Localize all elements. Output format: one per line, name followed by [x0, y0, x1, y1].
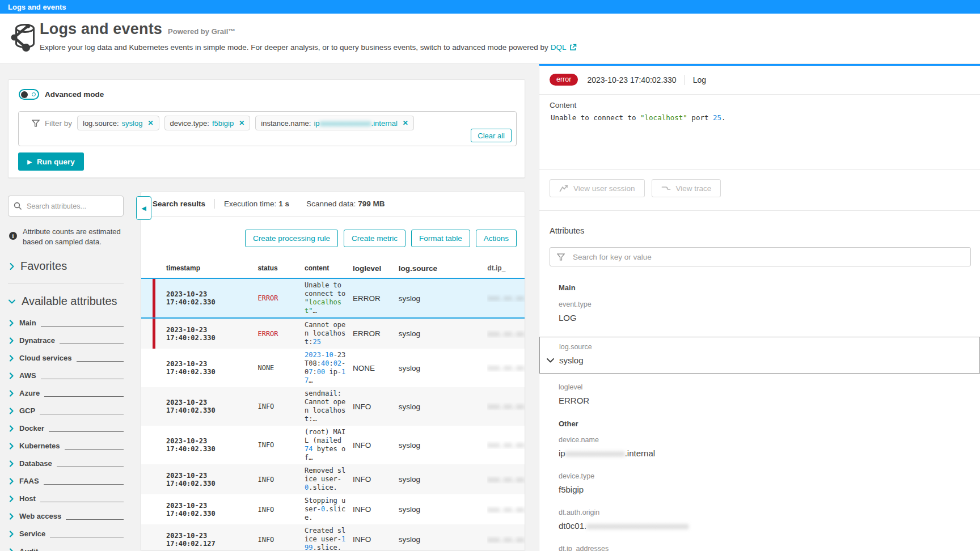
favorites-section[interactable]: Favorites: [9, 260, 67, 273]
filter-chip[interactable]: log.source:syslog✕: [77, 116, 159, 130]
redacted-ip-value: xxx.xx.xx.xxx: [487, 402, 525, 410]
column-header-dt-ip[interactable]: dt.ip_: [487, 264, 525, 272]
attribute-search-field[interactable]: [550, 247, 971, 266]
sidebar-group-web-access[interactable]: Web access: [9, 507, 125, 525]
chevron-down-icon[interactable]: [546, 358, 555, 363]
sidebar-group-line: [41, 372, 124, 379]
cell-status: INFO: [257, 476, 305, 484]
create-metric-button[interactable]: Create metric: [344, 230, 405, 247]
external-link-icon: [569, 44, 577, 51]
attribute-item-log-source[interactable]: log.sourcesyslog: [539, 337, 980, 374]
collapse-sidebar-button[interactable]: ◀: [136, 196, 151, 220]
cell-status: ERROR: [257, 294, 305, 302]
filter-input-area[interactable]: Filter by log.source:syslog✕device.type:…: [18, 111, 517, 146]
sidebar-group-gcp[interactable]: GCP: [9, 402, 125, 419]
sidebar-group-dynatrace[interactable]: Dynatrace: [9, 332, 125, 349]
sidebar-group-docker[interactable]: Docker: [9, 419, 125, 437]
execution-time: Execution time:1 s: [224, 200, 289, 208]
table-row[interactable]: 2023-10-23 17:40:02.330NONE2023-10-23T08…: [141, 349, 525, 387]
chevron-right-icon: [9, 320, 14, 327]
remove-filter-icon[interactable]: ✕: [147, 119, 153, 127]
sidebar-group-aws[interactable]: AWS: [9, 367, 125, 384]
redacted-value: xxxxxxxxxxxxxx: [565, 448, 625, 458]
cell-timestamp: 2023-10-23 17:40:02.127: [166, 532, 257, 548]
search-attributes-input[interactable]: [27, 202, 118, 210]
advanced-mode-toggle[interactable]: [19, 89, 39, 100]
table-row[interactable]: 2023-10-23 17:40:02.330INFOStopping user…: [141, 494, 525, 524]
attribute-value: dt0c01.xxxxxxxxxxxxxxxxxxxxxxxx: [559, 521, 980, 531]
search-results-title: Search results: [153, 200, 205, 208]
view-trace-button[interactable]: View trace: [652, 179, 721, 197]
attribute-key: log.source: [559, 343, 979, 351]
run-query-button[interactable]: ▶ Run query: [18, 152, 84, 171]
filter-chip[interactable]: instance.name:ipxxxxxxxxxxxxxx.internal✕: [255, 116, 414, 130]
page-title: Logs and events: [40, 20, 162, 38]
remove-filter-icon[interactable]: ✕: [239, 119, 244, 127]
value-text: f5bigip: [559, 485, 584, 494]
sidebar-group-label: Main: [19, 319, 36, 327]
chevron-right-icon: [9, 408, 14, 414]
sidebar-group-audit[interactable]: Audit: [9, 542, 125, 551]
sidebar-group-cloud-services[interactable]: Cloud services: [9, 349, 125, 367]
sidebar-group-azure[interactable]: Azure: [9, 384, 125, 402]
table-row[interactable]: 2023-10-23 17:40:02.330ERRORCannot open …: [141, 319, 525, 349]
filter-chip-value: f5bigip: [212, 119, 234, 128]
cell-log-source: syslog: [399, 329, 446, 338]
filter-chip[interactable]: device.type:f5bigip✕: [164, 116, 251, 130]
sidebar-group-host[interactable]: Host: [9, 490, 125, 507]
available-attributes-section[interactable]: Available attributes: [8, 295, 117, 308]
value-text: syslog: [559, 355, 584, 365]
cell-content: Stopping user-0.slice.: [305, 494, 348, 524]
attribute-item-dt-auth-origin[interactable]: dt.auth.origindt0c01.xxxxxxxxxxxxxxxxxxx…: [559, 508, 980, 531]
filter-chip-value: syslog: [122, 119, 143, 128]
logs-and-events-logo-icon: [10, 23, 36, 52]
remove-filter-icon[interactable]: ✕: [403, 119, 408, 127]
sidebar-group-line: [44, 390, 124, 397]
format-table-button[interactable]: Format table: [411, 230, 470, 247]
chevron-right-icon: [9, 337, 14, 344]
attribute-group-title-main: Main: [559, 283, 980, 292]
attribute-item-loglevel[interactable]: loglevelERROR: [559, 383, 980, 406]
column-header-log-source[interactable]: log.source: [399, 264, 446, 273]
log-content-text: Unable to connect to "localhost" port 25…: [551, 113, 726, 122]
attribute-search-input[interactable]: [573, 253, 964, 261]
cell-loglevel: INFO: [353, 505, 399, 514]
table-row[interactable]: 2023-10-23 17:40:02.330INFOsendmail: Can…: [141, 387, 525, 426]
attribute-item-dt-ip-addresses[interactable]: dt.ip_addresses: [559, 545, 980, 551]
attribute-item-device-name[interactable]: device.nameipxxxxxxxxxxxxxx.internal: [559, 436, 980, 459]
error-status-badge: error: [550, 74, 578, 86]
cell-timestamp: 2023-10-23 17:40:02.330: [166, 437, 257, 453]
cell-timestamp: 2023-10-23 17:40:02.330: [166, 360, 257, 376]
sidebar-group-service[interactable]: Service: [9, 525, 125, 542]
attribute-item-device-type[interactable]: device.typef5bigip: [559, 472, 980, 495]
search-attributes-field[interactable]: [8, 196, 124, 217]
column-header-timestamp[interactable]: timestamp: [166, 264, 257, 272]
column-header-content[interactable]: content: [305, 262, 348, 275]
sidebar-group-database[interactable]: Database: [9, 455, 125, 472]
sidebar-group-kubernetes[interactable]: Kubernetes: [9, 437, 125, 455]
table-body: 2023-10-23 17:40:02.330ERRORUnable to co…: [141, 278, 525, 551]
sidebar-group-line: [41, 320, 124, 327]
cell-dt-ip-redacted: xxx.xx.xx.xxx: [487, 476, 525, 484]
view-user-session-button[interactable]: View user session: [550, 179, 645, 197]
number-token: 2023: [305, 351, 321, 359]
collapse-left-icon: ◀: [141, 205, 146, 212]
chevron-right-icon: [9, 425, 14, 432]
table-row[interactable]: 2023-10-23 17:40:02.330INFO(root) MAIL (…: [141, 426, 525, 464]
dql-link[interactable]: DQL: [551, 43, 567, 52]
column-header-loglevel[interactable]: loglevel: [353, 264, 399, 273]
attribute-item-event-type[interactable]: event.typeLOG: [559, 300, 980, 323]
create-processing-rule-button[interactable]: Create processing rule: [245, 230, 338, 247]
sidebar-group-faas[interactable]: FAAS: [9, 472, 125, 490]
detail-divider: [539, 94, 980, 95]
chevron-right-icon: [9, 531, 14, 537]
sidebar-group-main[interactable]: Main: [9, 314, 125, 332]
sidebar-group-line: [40, 408, 124, 414]
content-label: Content: [550, 101, 576, 109]
clear-all-button[interactable]: Clear all: [471, 129, 512, 142]
table-row[interactable]: 2023-10-23 17:40:02.127INFOCreated slice…: [141, 524, 525, 551]
table-row[interactable]: 2023-10-23 17:40:02.330ERRORUnable to co…: [141, 278, 525, 319]
table-row[interactable]: 2023-10-23 17:40:02.330INFORemoved slice…: [141, 464, 525, 494]
column-header-status[interactable]: status: [257, 264, 305, 272]
actions-button[interactable]: Actions: [476, 230, 517, 247]
